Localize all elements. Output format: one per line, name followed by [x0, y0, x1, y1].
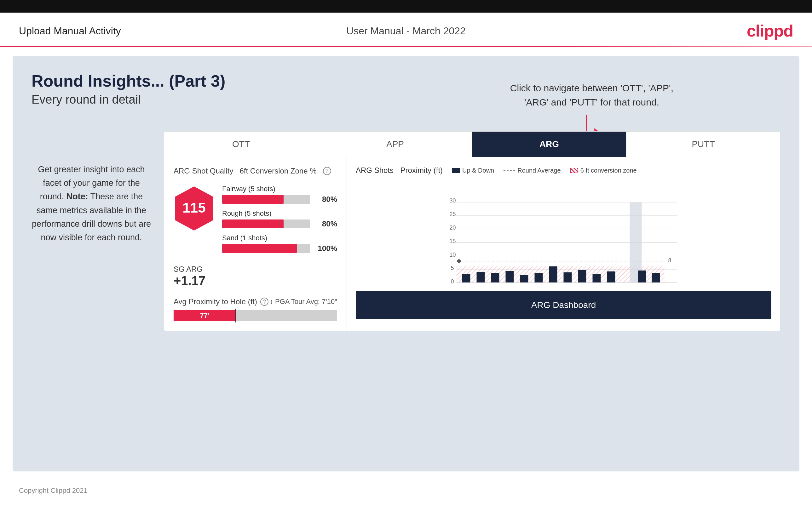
- svg-rect-24: [630, 203, 642, 282]
- svg-rect-29: [520, 275, 528, 282]
- sg-section: SG ARG +1.17: [173, 265, 337, 288]
- header-divider: [0, 46, 812, 47]
- panel-body: ARG Shot Quality 6ft Conversion Zone % ?…: [164, 157, 780, 331]
- upload-label: Upload Manual Activity: [19, 25, 121, 37]
- fairway-pct: 80%: [315, 195, 337, 204]
- legend-conversion-label: 6 ft conversion zone: [580, 167, 637, 174]
- svg-text:25: 25: [450, 211, 456, 217]
- fairway-bar-track: [222, 195, 310, 204]
- help-icon[interactable]: ?: [323, 167, 331, 175]
- clippd-logo: clippd: [747, 21, 793, 40]
- legend-round-avg: Round Average: [504, 167, 561, 174]
- legend-hatched-icon: [570, 168, 578, 173]
- left-description: Get greater insight into each facet of y…: [32, 163, 151, 244]
- chart-title: ARG Shots - Proximity (ft): [356, 166, 443, 175]
- note-label: Note:: [66, 192, 88, 201]
- svg-rect-31: [549, 267, 557, 282]
- proximity-bar-track: 77': [173, 310, 337, 321]
- proximity-label: Avg Proximity to Hole (ft) ?: [173, 297, 268, 306]
- svg-text:10: 10: [450, 251, 456, 258]
- chart-svg: 0 5 10 15 20 25 30: [356, 181, 771, 288]
- top-bar: [0, 0, 812, 13]
- arg-dashboard-button[interactable]: ARG Dashboard: [356, 291, 771, 319]
- svg-rect-35: [607, 272, 615, 282]
- sg-value: +1.17: [173, 274, 337, 288]
- rough-pct: 80%: [315, 220, 337, 228]
- tab-ott[interactable]: OTT: [164, 132, 318, 157]
- proximity-bar-fill: 77': [173, 310, 236, 321]
- svg-rect-37: [652, 273, 660, 282]
- shot-quality-section: Fairway (5 shots) 80% Rough (5 shots): [222, 185, 337, 259]
- tab-bar: OTT APP ARG PUTT: [164, 132, 780, 157]
- svg-rect-26: [477, 272, 485, 282]
- tab-arg[interactable]: ARG: [472, 132, 626, 157]
- svg-text:30: 30: [450, 198, 456, 204]
- legend-up-down-label: Up & Down: [462, 167, 494, 174]
- tab-putt[interactable]: PUTT: [626, 132, 780, 157]
- svg-text:5: 5: [451, 265, 454, 271]
- svg-rect-27: [491, 273, 499, 282]
- sand-bar-fill: [222, 244, 297, 253]
- svg-text:0: 0: [451, 278, 454, 285]
- proximity-value: 77': [200, 312, 209, 320]
- svg-rect-33: [578, 270, 587, 282]
- svg-rect-36: [638, 271, 646, 282]
- rough-bar: 80%: [222, 220, 337, 228]
- legend-box-icon: [452, 168, 460, 173]
- svg-text:20: 20: [450, 225, 456, 231]
- hex-badge: 115: [173, 185, 215, 226]
- rough-bar-track: [222, 220, 310, 228]
- main-content: Round Insights... (Part 3) Every round i…: [13, 56, 799, 471]
- legend-up-down: Up & Down: [452, 167, 494, 174]
- proximity-help-icon[interactable]: ?: [260, 297, 268, 306]
- svg-rect-30: [535, 273, 543, 282]
- svg-text:115: 115: [183, 200, 205, 215]
- fairway-bar-fill: [222, 195, 284, 204]
- footer: Copyright Clippd 2021: [0, 480, 812, 501]
- tab-app[interactable]: APP: [318, 132, 472, 157]
- svg-marker-21: [457, 259, 462, 263]
- svg-rect-34: [593, 274, 601, 282]
- sg-label: SG ARG: [173, 265, 337, 274]
- proximity-tour-avg: ↕ PGA Tour Avg: 7'10": [270, 297, 337, 306]
- proximity-header: Avg Proximity to Hole (ft) ? ↕ PGA Tour …: [173, 297, 337, 306]
- sand-bar-track: [222, 244, 310, 253]
- dashboard-panel: OTT APP ARG PUTT ARG Shot Quality 6ft Co…: [164, 131, 780, 331]
- legend-conversion-zone: 6 ft conversion zone: [570, 167, 637, 174]
- sand-label: Sand (1 shots): [222, 234, 337, 242]
- legend-round-avg-label: Round Average: [517, 167, 561, 174]
- copyright: Copyright Clippd 2021: [19, 487, 88, 494]
- shot-row-sand: Sand (1 shots) 100%: [222, 234, 337, 253]
- legend-dashed-icon: [504, 170, 515, 171]
- svg-text:8: 8: [668, 257, 671, 264]
- svg-rect-25: [462, 274, 470, 282]
- panel-header: ARG Shot Quality 6ft Conversion Zone % ?: [173, 167, 337, 175]
- fairway-label: Fairway (5 shots): [222, 185, 337, 193]
- left-panel: ARG Shot Quality 6ft Conversion Zone % ?…: [164, 157, 347, 331]
- fairway-bar: 80%: [222, 195, 337, 204]
- shot-row-rough: Rough (5 shots) 80%: [222, 210, 337, 228]
- sand-pct: 100%: [315, 244, 337, 253]
- svg-rect-28: [506, 271, 514, 282]
- sand-bar: 100%: [222, 244, 337, 253]
- rough-label: Rough (5 shots): [222, 210, 337, 218]
- shot-quality-label: ARG Shot Quality: [173, 167, 233, 175]
- svg-rect-32: [564, 272, 572, 282]
- proximity-section: Avg Proximity to Hole (ft) ? ↕ PGA Tour …: [173, 297, 337, 321]
- center-label: User Manual - March 2022: [346, 25, 466, 37]
- rough-bar-fill: [222, 220, 284, 228]
- chart-area: 0 5 10 15 20 25 30: [356, 181, 771, 288]
- chart-header: ARG Shots - Proximity (ft) Up & Down Rou…: [356, 166, 771, 175]
- shot-row-fairway: Fairway (5 shots) 80%: [222, 185, 337, 204]
- header: Upload Manual Activity User Manual - Mar…: [0, 13, 812, 46]
- nav-hint-text: Click to navigate between 'OTT', 'APP','…: [510, 81, 673, 109]
- right-panel: ARG Shots - Proximity (ft) Up & Down Rou…: [347, 157, 780, 331]
- conversion-label: 6ft Conversion Zone %: [240, 167, 316, 175]
- svg-text:15: 15: [450, 238, 456, 244]
- proximity-cursor: [235, 308, 236, 323]
